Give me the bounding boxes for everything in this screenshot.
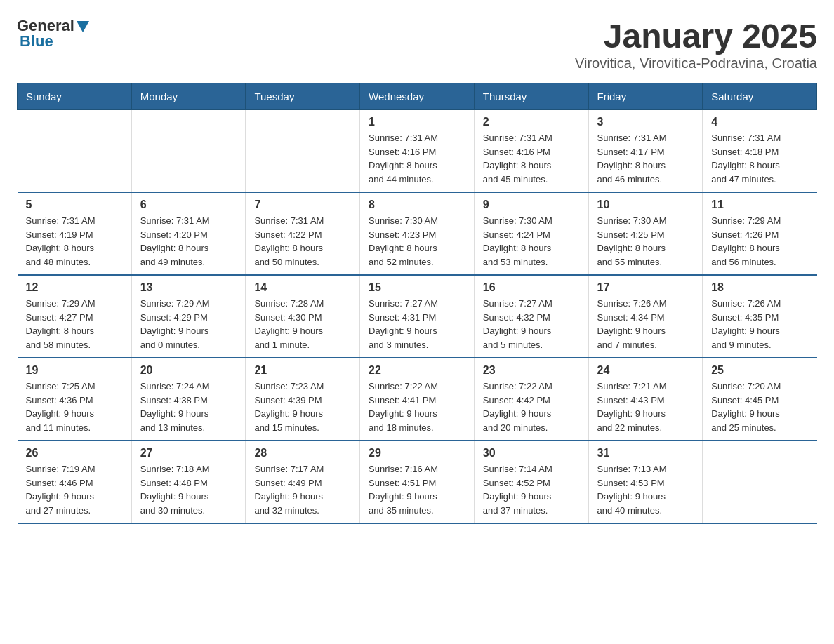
calendar-day-cell: 15Sunrise: 7:27 AM Sunset: 4:31 PM Dayli… — [360, 275, 475, 358]
day-number: 25 — [711, 364, 808, 377]
calendar-day-cell: 17Sunrise: 7:26 AM Sunset: 4:34 PM Dayli… — [588, 275, 703, 358]
logo-triangle-icon — [77, 21, 89, 32]
day-info: Sunrise: 7:27 AM Sunset: 4:32 PM Dayligh… — [483, 297, 580, 351]
calendar-day-cell: 13Sunrise: 7:29 AM Sunset: 4:29 PM Dayli… — [131, 275, 246, 358]
day-info: Sunrise: 7:22 AM Sunset: 4:42 PM Dayligh… — [483, 380, 580, 434]
calendar-day-cell: 2Sunrise: 7:31 AM Sunset: 4:16 PM Daylig… — [474, 110, 588, 193]
calendar-week-row: 12Sunrise: 7:29 AM Sunset: 4:27 PM Dayli… — [18, 275, 817, 358]
days-of-week-row: SundayMondayTuesdayWednesdayThursdayFrid… — [18, 83, 817, 110]
svg-marker-0 — [77, 21, 89, 32]
logo: General Blue — [17, 17, 89, 51]
title-section: January 2025 Virovitica, Virovitica-Podr… — [575, 17, 817, 72]
day-info: Sunrise: 7:21 AM Sunset: 4:43 PM Dayligh… — [597, 380, 694, 434]
day-info: Sunrise: 7:30 AM Sunset: 4:24 PM Dayligh… — [483, 214, 580, 269]
calendar-title: January 2025 — [575, 17, 817, 55]
day-number: 1 — [369, 116, 465, 128]
day-info: Sunrise: 7:29 AM Sunset: 4:29 PM Dayligh… — [140, 297, 237, 351]
day-info: Sunrise: 7:16 AM Sunset: 4:51 PM Dayligh… — [369, 462, 465, 517]
day-number: 7 — [254, 199, 351, 211]
day-info: Sunrise: 7:14 AM Sunset: 4:52 PM Dayligh… — [483, 462, 580, 517]
day-number: 30 — [483, 447, 580, 459]
calendar-day-cell: 18Sunrise: 7:26 AM Sunset: 4:35 PM Dayli… — [703, 275, 817, 358]
calendar-header: SundayMondayTuesdayWednesdayThursdayFrid… — [18, 83, 817, 110]
calendar-day-cell: 11Sunrise: 7:29 AM Sunset: 4:26 PM Dayli… — [703, 192, 817, 275]
calendar-day-cell: 7Sunrise: 7:31 AM Sunset: 4:22 PM Daylig… — [246, 192, 360, 275]
day-of-week-header: Tuesday — [246, 83, 360, 110]
calendar-day-cell — [131, 110, 246, 193]
day-info: Sunrise: 7:26 AM Sunset: 4:34 PM Dayligh… — [597, 297, 694, 351]
day-info: Sunrise: 7:31 AM Sunset: 4:19 PM Dayligh… — [26, 214, 123, 269]
calendar-day-cell: 31Sunrise: 7:13 AM Sunset: 4:53 PM Dayli… — [588, 441, 703, 523]
day-number: 3 — [597, 116, 694, 128]
day-info: Sunrise: 7:17 AM Sunset: 4:49 PM Dayligh… — [254, 462, 351, 517]
day-number: 28 — [254, 447, 351, 459]
calendar-day-cell: 6Sunrise: 7:31 AM Sunset: 4:20 PM Daylig… — [131, 192, 246, 275]
day-number: 18 — [711, 281, 808, 294]
calendar-day-cell: 12Sunrise: 7:29 AM Sunset: 4:27 PM Dayli… — [18, 275, 132, 358]
day-info: Sunrise: 7:22 AM Sunset: 4:41 PM Dayligh… — [369, 380, 465, 434]
day-number: 24 — [597, 364, 694, 377]
day-of-week-header: Monday — [131, 83, 246, 110]
day-info: Sunrise: 7:29 AM Sunset: 4:26 PM Dayligh… — [711, 214, 808, 269]
calendar-day-cell: 29Sunrise: 7:16 AM Sunset: 4:51 PM Dayli… — [360, 441, 475, 523]
calendar-day-cell — [246, 110, 360, 193]
day-of-week-header: Sunday — [18, 83, 132, 110]
calendar-day-cell: 8Sunrise: 7:30 AM Sunset: 4:23 PM Daylig… — [360, 192, 475, 275]
day-number: 22 — [369, 364, 465, 377]
calendar-day-cell: 9Sunrise: 7:30 AM Sunset: 4:24 PM Daylig… — [474, 192, 588, 275]
calendar-subtitle: Virovitica, Virovitica-Podravina, Croati… — [575, 55, 817, 72]
day-info: Sunrise: 7:31 AM Sunset: 4:16 PM Dayligh… — [483, 131, 580, 186]
calendar-day-cell: 24Sunrise: 7:21 AM Sunset: 4:43 PM Dayli… — [588, 358, 703, 441]
calendar-day-cell: 19Sunrise: 7:25 AM Sunset: 4:36 PM Dayli… — [18, 358, 132, 441]
day-number: 31 — [597, 447, 694, 459]
day-number: 6 — [140, 199, 237, 211]
calendar-week-row: 19Sunrise: 7:25 AM Sunset: 4:36 PM Dayli… — [18, 358, 817, 441]
calendar-day-cell: 5Sunrise: 7:31 AM Sunset: 4:19 PM Daylig… — [18, 192, 132, 275]
day-number: 16 — [483, 281, 580, 294]
calendar-body: 1Sunrise: 7:31 AM Sunset: 4:16 PM Daylig… — [18, 110, 817, 524]
day-info: Sunrise: 7:30 AM Sunset: 4:23 PM Dayligh… — [369, 214, 465, 269]
calendar-day-cell: 21Sunrise: 7:23 AM Sunset: 4:39 PM Dayli… — [246, 358, 360, 441]
calendar-day-cell: 22Sunrise: 7:22 AM Sunset: 4:41 PM Dayli… — [360, 358, 475, 441]
calendar-day-cell: 20Sunrise: 7:24 AM Sunset: 4:38 PM Dayli… — [131, 358, 246, 441]
day-info: Sunrise: 7:31 AM Sunset: 4:18 PM Dayligh… — [711, 131, 808, 186]
day-number: 4 — [711, 116, 808, 128]
day-info: Sunrise: 7:18 AM Sunset: 4:48 PM Dayligh… — [140, 462, 237, 517]
calendar-day-cell: 4Sunrise: 7:31 AM Sunset: 4:18 PM Daylig… — [703, 110, 817, 193]
calendar-week-row: 26Sunrise: 7:19 AM Sunset: 4:46 PM Dayli… — [18, 441, 817, 523]
calendar-day-cell: 16Sunrise: 7:27 AM Sunset: 4:32 PM Dayli… — [474, 275, 588, 358]
day-info: Sunrise: 7:30 AM Sunset: 4:25 PM Dayligh… — [597, 214, 694, 269]
day-of-week-header: Saturday — [703, 83, 817, 110]
day-info: Sunrise: 7:31 AM Sunset: 4:17 PM Dayligh… — [597, 131, 694, 186]
day-number: 2 — [483, 116, 580, 128]
day-info: Sunrise: 7:13 AM Sunset: 4:53 PM Dayligh… — [597, 462, 694, 517]
day-info: Sunrise: 7:27 AM Sunset: 4:31 PM Dayligh… — [369, 297, 465, 351]
day-info: Sunrise: 7:31 AM Sunset: 4:16 PM Dayligh… — [369, 131, 465, 186]
day-info: Sunrise: 7:26 AM Sunset: 4:35 PM Dayligh… — [711, 297, 808, 351]
day-number: 23 — [483, 364, 580, 377]
day-number: 8 — [369, 199, 465, 211]
day-number: 27 — [140, 447, 237, 459]
day-number: 5 — [26, 199, 123, 211]
logo-blue-text: Blue — [20, 32, 53, 51]
day-info: Sunrise: 7:31 AM Sunset: 4:22 PM Dayligh… — [254, 214, 351, 269]
calendar-day-cell: 25Sunrise: 7:20 AM Sunset: 4:45 PM Dayli… — [703, 358, 817, 441]
day-number: 21 — [254, 364, 351, 377]
day-number: 12 — [26, 281, 123, 294]
day-of-week-header: Thursday — [474, 83, 588, 110]
calendar-day-cell — [18, 110, 132, 193]
calendar-day-cell — [703, 441, 817, 523]
calendar-day-cell: 14Sunrise: 7:28 AM Sunset: 4:30 PM Dayli… — [246, 275, 360, 358]
page-header: General Blue January 2025 Virovitica, Vi… — [17, 17, 817, 72]
day-number: 10 — [597, 199, 694, 211]
calendar-week-row: 1Sunrise: 7:31 AM Sunset: 4:16 PM Daylig… — [18, 110, 817, 193]
day-number: 19 — [26, 364, 123, 377]
calendar-week-row: 5Sunrise: 7:31 AM Sunset: 4:19 PM Daylig… — [18, 192, 817, 275]
calendar-table: SundayMondayTuesdayWednesdayThursdayFrid… — [17, 83, 817, 524]
calendar-day-cell: 23Sunrise: 7:22 AM Sunset: 4:42 PM Dayli… — [474, 358, 588, 441]
calendar-day-cell: 26Sunrise: 7:19 AM Sunset: 4:46 PM Dayli… — [18, 441, 132, 523]
calendar-day-cell: 30Sunrise: 7:14 AM Sunset: 4:52 PM Dayli… — [474, 441, 588, 523]
day-of-week-header: Friday — [588, 83, 703, 110]
day-info: Sunrise: 7:29 AM Sunset: 4:27 PM Dayligh… — [26, 297, 123, 351]
day-info: Sunrise: 7:24 AM Sunset: 4:38 PM Dayligh… — [140, 380, 237, 434]
